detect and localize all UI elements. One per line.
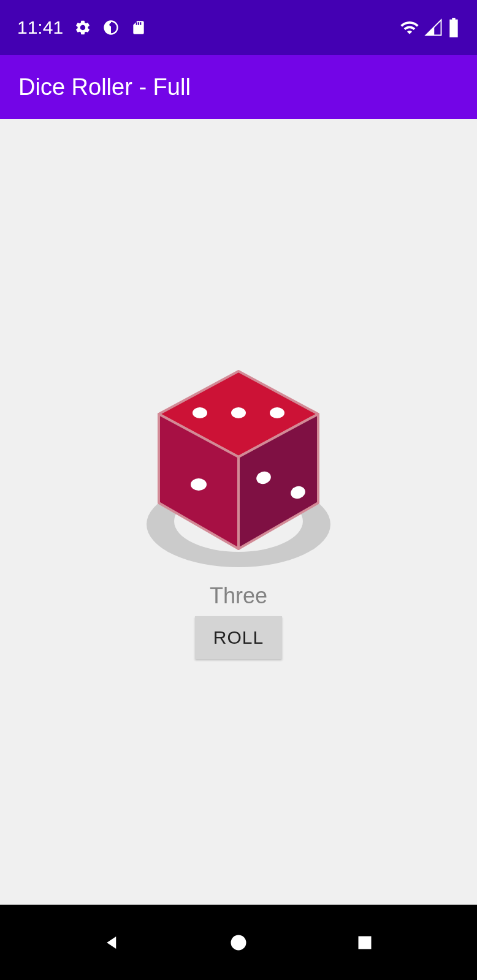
- svg-point-6: [270, 407, 284, 418]
- roll-button[interactable]: ROLL: [195, 616, 282, 659]
- nav-overview-button[interactable]: [346, 924, 383, 961]
- status-left-group: 11:41: [17, 17, 147, 38]
- sd-card-icon: [131, 20, 147, 36]
- app-bar: Dice Roller - Full: [0, 55, 477, 119]
- nav-home-button[interactable]: [220, 924, 257, 961]
- svg-point-5: [231, 407, 246, 418]
- gear-icon: [74, 19, 91, 36]
- svg-point-7: [191, 478, 207, 491]
- status-time: 11:41: [17, 17, 63, 38]
- nav-back-button[interactable]: [94, 924, 131, 961]
- svg-point-10: [231, 935, 246, 950]
- navigation-bar: [0, 905, 477, 980]
- status-bar: 11:41: [0, 0, 477, 55]
- cellular-signal-icon: [424, 18, 443, 37]
- status-right-group: [400, 18, 460, 37]
- svg-rect-11: [359, 936, 372, 949]
- svg-point-4: [193, 407, 207, 418]
- circle-notch-icon: [102, 19, 120, 36]
- dice-image: [137, 365, 340, 573]
- battery-icon: [448, 18, 460, 37]
- wifi-icon: [400, 18, 419, 37]
- dice-container: Three ROLL: [137, 365, 340, 659]
- dice-result-label: Three: [210, 583, 267, 609]
- main-content: Three ROLL: [0, 119, 477, 905]
- app-title: Dice Roller - Full: [18, 74, 191, 100]
- svg-point-1: [110, 23, 113, 26]
